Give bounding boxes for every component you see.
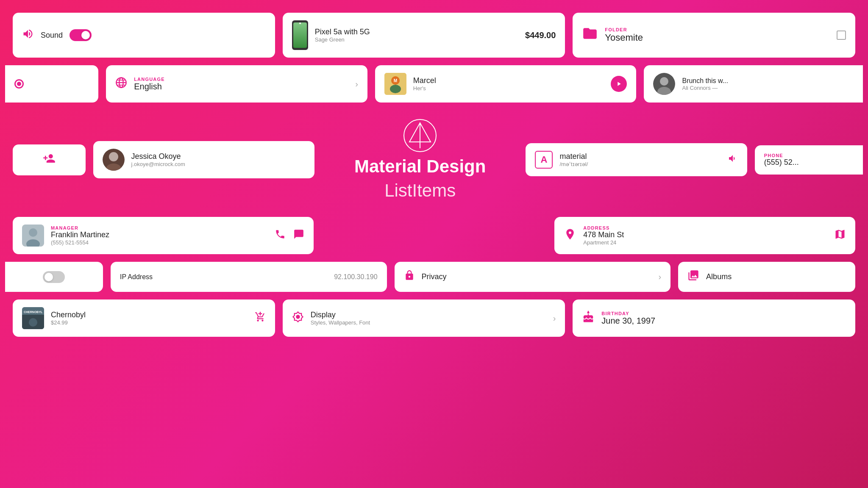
svg-text:M: M <box>394 78 397 83</box>
svg-point-10 <box>660 77 668 86</box>
birthday-card[interactable]: BIRTHDAY June 30, 1997 <box>573 299 855 337</box>
folder-label: FOLDER <box>605 27 830 32</box>
add-person-icon <box>43 152 56 168</box>
language-chevron: › <box>355 79 358 89</box>
jessica-avatar <box>103 149 125 171</box>
chernobyl-card[interactable]: CHERNOBYL Chernobyl $24.99 <box>13 299 275 337</box>
display-chevron: › <box>553 313 556 323</box>
address-card[interactable]: ADDRESS 478 Main St Apartment 24 <box>554 217 855 254</box>
brunch-title: Brunch this w... <box>682 77 859 85</box>
privacy-card[interactable]: Privacy › <box>395 262 671 292</box>
marcel-album-art: M <box>384 73 406 95</box>
toggle-off-card[interactable] <box>5 262 103 292</box>
svg-point-7 <box>390 85 401 93</box>
address-label: ADDRESS <box>583 225 827 230</box>
marcel-subtitle: Her's <box>413 85 604 92</box>
display-icon <box>292 311 304 326</box>
folder-card[interactable]: FOLDER Yosemite <box>573 13 855 58</box>
center-placeholder <box>321 217 547 254</box>
location-icon <box>564 228 576 244</box>
pixel-name: Pixel 5a with 5G <box>315 28 518 36</box>
globe-icon <box>115 77 127 92</box>
albums-icon <box>687 269 699 284</box>
manager-label: MANAGER <box>51 225 268 230</box>
birthday-icon <box>582 311 595 326</box>
svg-point-20 <box>29 228 37 237</box>
svg-point-25 <box>29 318 37 327</box>
brunch-info: Brunch this w... Ali Connors — <box>682 77 859 91</box>
row-1: Sound Pixel 5a with 5G Sage Green $449.0… <box>13 13 855 58</box>
brunch-avatar <box>653 73 675 95</box>
language-value: English <box>134 82 348 92</box>
row-3: Jessica Okoye j.okoye@microck.com Materi… <box>13 110 855 209</box>
message-icon[interactable] <box>293 229 304 243</box>
sound-label: Sound <box>41 31 63 40</box>
manager-phone: (555) 521-5554 <box>51 239 268 246</box>
toggle-off[interactable] <box>43 271 65 283</box>
pixel-info: Pixel 5a with 5G Sage Green <box>315 28 518 43</box>
play-button[interactable] <box>611 76 627 92</box>
address-apt: Apartment 24 <box>583 239 827 246</box>
folder-checkbox[interactable] <box>837 30 846 40</box>
phone-partial-card[interactable]: PHONE (555) 52... <box>755 145 863 175</box>
ip-value: 92.100.30.190 <box>334 273 377 281</box>
radio-button[interactable] <box>14 79 24 89</box>
phone-image <box>292 20 308 50</box>
brunch-card[interactable]: Brunch this w... Ali Connors — <box>644 65 863 103</box>
chernobyl-info: Chernobyl $24.99 <box>51 311 248 326</box>
pixel-variant: Sage Green <box>315 36 518 43</box>
sound-card[interactable]: Sound <box>13 13 275 58</box>
sound-toggle[interactable] <box>70 29 92 41</box>
display-subtitle: Styles, Wallpapers, Font <box>311 319 546 326</box>
lock-icon <box>404 270 415 284</box>
map-icon[interactable] <box>834 228 846 243</box>
ip-card[interactable]: IP Address 92.100.30.190 <box>111 262 387 292</box>
display-card[interactable]: Display Styles, Wallpapers, Font › <box>283 299 565 337</box>
chernobyl-title: Chernobyl <box>51 311 248 319</box>
pixel-card[interactable]: Pixel 5a with 5G Sage Green $449.00 <box>283 13 565 58</box>
language-label: LANGUAGE <box>134 77 348 82</box>
manager-actions <box>275 229 304 243</box>
birthday-date: June 30, 1997 <box>601 316 846 326</box>
row-5: IP Address 92.100.30.190 Privacy › Album… <box>13 262 855 292</box>
albums-label: Albums <box>706 272 732 281</box>
address-info: ADDRESS 478 Main St Apartment 24 <box>583 225 827 246</box>
language-card[interactable]: LANGUAGE English › <box>106 65 367 103</box>
volume-icon[interactable] <box>728 153 738 166</box>
md-logo <box>403 119 437 152</box>
cart-icon[interactable] <box>255 311 266 325</box>
material-word-card[interactable]: A material /məˈtɪərɪəl/ <box>526 143 747 176</box>
jessica-card[interactable]: Jessica Okoye j.okoye@microck.com <box>93 141 314 178</box>
jessica-email: j.okoye@microck.com <box>131 161 305 167</box>
call-icon[interactable] <box>275 229 286 243</box>
add-person-card[interactable] <box>13 144 86 175</box>
material-pronunciation: /məˈtɪərɪəl/ <box>559 161 721 167</box>
marcel-name: Marcel <box>413 76 604 85</box>
chernobyl-cover: CHERNOBYL <box>22 307 44 329</box>
marcel-card[interactable]: M Marcel Her's <box>375 65 637 103</box>
font-icon: A <box>535 151 553 169</box>
phone-partial-info: PHONE (555) 52... <box>764 153 859 167</box>
material-word: material <box>559 152 721 161</box>
display-info: Display Styles, Wallpapers, Font <box>311 311 546 326</box>
manager-info: MANAGER Franklin Martinez (555) 521-5554 <box>51 225 268 246</box>
marcel-info: Marcel Her's <box>413 76 604 92</box>
manager-card[interactable]: MANAGER Franklin Martinez (555) 521-5554 <box>13 217 314 254</box>
folder-info: FOLDER Yosemite <box>605 27 830 43</box>
row-2: LANGUAGE English › M Marcel Her's <box>13 65 855 103</box>
radio-card[interactable] <box>5 65 98 103</box>
center-subtitle: ListItems <box>384 180 456 201</box>
jessica-name: Jessica Okoye <box>131 152 305 161</box>
ip-label: IP Address <box>120 273 153 281</box>
row-6: CHERNOBYL Chernobyl $24.99 Display Style… <box>13 299 855 337</box>
albums-card[interactable]: Albums <box>678 262 855 292</box>
display-title: Display <box>311 311 546 319</box>
svg-point-13 <box>109 152 118 161</box>
phone-label: PHONE <box>764 153 859 158</box>
birthday-label: BIRTHDAY <box>601 311 846 316</box>
privacy-label: Privacy <box>422 272 447 281</box>
chernobyl-price: $24.99 <box>51 319 248 326</box>
manager-name: Franklin Martinez <box>51 230 268 239</box>
birthday-info: BIRTHDAY June 30, 1997 <box>601 311 846 326</box>
manager-avatar <box>22 225 44 247</box>
